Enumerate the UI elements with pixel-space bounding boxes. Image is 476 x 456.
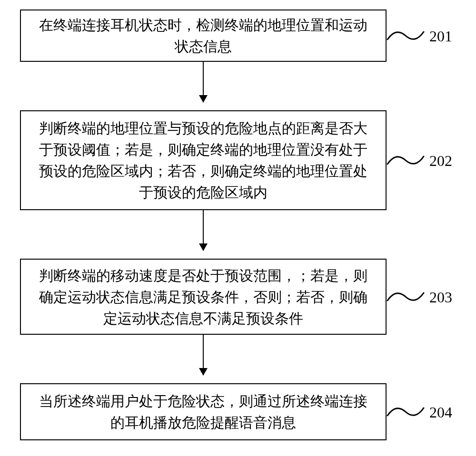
flow-step-3-number: 203 (429, 289, 452, 306)
flow-step-1: 在终端连接耳机状态时，检测终端的地理位置和运动状态信息 (20, 10, 387, 62)
arrow-3-to-4 (203, 335, 204, 375)
arrow-1-to-2 (203, 62, 204, 102)
leader-line-2 (387, 151, 425, 170)
flow-step-2: 判断终端的地理位置与预设的危险地点的距离是否大于预设阈值；若是，则确定终端的地理… (20, 110, 387, 210)
flow-step-3-text: 判断终端的移动速度是否处于预设范围，；若是，则确定运动状态信息满足预设条件，否则… (34, 265, 372, 329)
arrow-2-to-3 (203, 210, 204, 251)
flow-step-4-number: 204 (429, 404, 452, 421)
leader-line-4 (387, 402, 425, 421)
flow-step-4-text: 当所述终端用户处于危险状态，则通过所述终端连接的耳机播放危险提醒语音消息 (34, 390, 372, 433)
flow-step-3: 判断终端的移动速度是否处于预设范围，；若是，则确定运动状态信息满足预设条件，否则… (20, 259, 387, 335)
flow-step-2-text: 判断终端的地理位置与预设的危险地点的距离是否大于预设阈值；若是，则确定终端的地理… (34, 117, 372, 203)
flow-step-1-number: 201 (429, 28, 452, 45)
flow-step-2-number: 202 (429, 152, 452, 170)
leader-line-1 (387, 26, 425, 45)
flow-step-4: 当所述终端用户处于危险状态，则通过所述终端连接的耳机播放危险提醒语音消息 (20, 383, 387, 440)
leader-line-3 (387, 287, 425, 306)
flow-step-1-text: 在终端连接耳机状态时，检测终端的地理位置和运动状态信息 (34, 14, 372, 57)
